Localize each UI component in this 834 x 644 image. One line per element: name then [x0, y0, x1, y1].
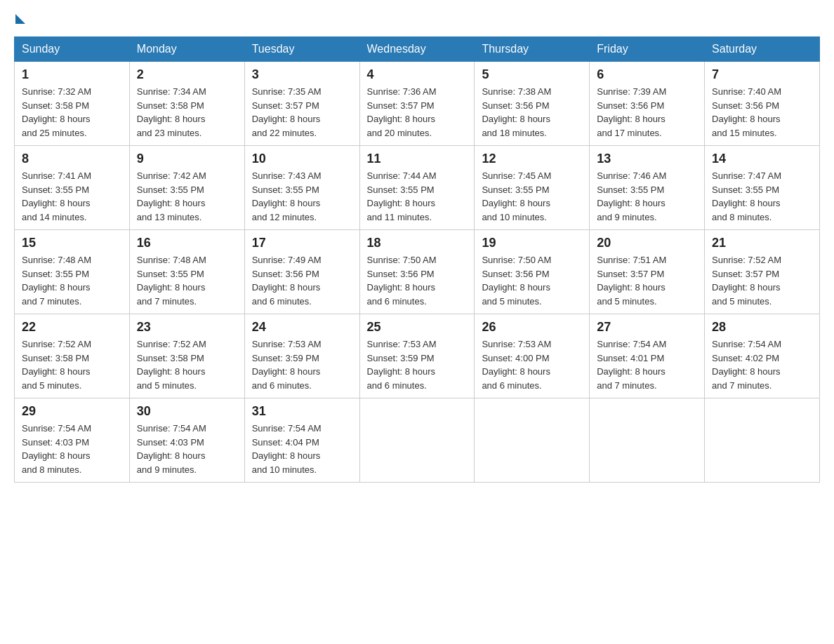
- calendar-cell: 11 Sunrise: 7:44 AMSunset: 3:55 PMDaylig…: [359, 146, 475, 230]
- day-info: Sunrise: 7:52 AMSunset: 3:58 PMDaylight:…: [137, 339, 206, 391]
- day-info: Sunrise: 7:48 AMSunset: 3:55 PMDaylight:…: [22, 255, 91, 307]
- day-number: 4: [367, 67, 468, 82]
- col-header-monday: Monday: [129, 37, 244, 62]
- calendar-week-1: 1 Sunrise: 7:32 AMSunset: 3:58 PMDayligh…: [15, 62, 820, 146]
- day-info: Sunrise: 7:49 AMSunset: 3:56 PMDaylight:…: [252, 255, 322, 307]
- day-number: 9: [137, 152, 237, 166]
- calendar-cell: 1 Sunrise: 7:32 AMSunset: 3:58 PMDayligh…: [15, 62, 130, 146]
- calendar-cell: 23 Sunrise: 7:52 AMSunset: 3:58 PMDaylig…: [129, 314, 244, 398]
- day-number: 24: [252, 320, 352, 335]
- day-info: Sunrise: 7:44 AMSunset: 3:55 PMDaylight:…: [367, 170, 437, 222]
- day-info: Sunrise: 7:36 AMSunset: 3:57 PMDaylight:…: [367, 86, 437, 138]
- calendar-cell: 12 Sunrise: 7:45 AMSunset: 3:55 PMDaylig…: [475, 146, 590, 230]
- calendar-cell: 4 Sunrise: 7:36 AMSunset: 3:57 PMDayligh…: [359, 62, 475, 146]
- day-info: Sunrise: 7:53 AMSunset: 3:59 PMDaylight:…: [252, 339, 322, 391]
- day-info: Sunrise: 7:50 AMSunset: 3:56 PMDaylight:…: [482, 255, 551, 307]
- day-info: Sunrise: 7:43 AMSunset: 3:55 PMDaylight:…: [252, 170, 322, 222]
- day-number: 12: [482, 152, 582, 166]
- day-number: 31: [252, 404, 352, 419]
- day-number: 29: [22, 404, 122, 419]
- calendar-cell: 17 Sunrise: 7:49 AMSunset: 3:56 PMDaylig…: [244, 230, 359, 314]
- day-number: 6: [597, 67, 697, 82]
- day-number: 8: [22, 152, 122, 166]
- day-info: Sunrise: 7:54 AMSunset: 4:01 PMDaylight:…: [597, 339, 666, 391]
- day-info: Sunrise: 7:34 AMSunset: 3:58 PMDaylight:…: [137, 86, 206, 138]
- calendar-cell: 18 Sunrise: 7:50 AMSunset: 3:56 PMDaylig…: [359, 230, 475, 314]
- col-header-thursday: Thursday: [475, 37, 590, 62]
- day-info: Sunrise: 7:54 AMSunset: 4:03 PMDaylight:…: [137, 423, 206, 475]
- calendar-week-4: 22 Sunrise: 7:52 AMSunset: 3:58 PMDaylig…: [15, 314, 820, 398]
- day-number: 3: [252, 67, 352, 82]
- calendar-cell: 6 Sunrise: 7:39 AMSunset: 3:56 PMDayligh…: [590, 62, 705, 146]
- calendar-cell: 8 Sunrise: 7:41 AMSunset: 3:55 PMDayligh…: [15, 146, 130, 230]
- calendar-cell: 22 Sunrise: 7:52 AMSunset: 3:58 PMDaylig…: [15, 314, 130, 398]
- calendar-cell: 13 Sunrise: 7:46 AMSunset: 3:55 PMDaylig…: [590, 146, 705, 230]
- day-number: 21: [712, 236, 812, 250]
- calendar-cell: 24 Sunrise: 7:53 AMSunset: 3:59 PMDaylig…: [244, 314, 359, 398]
- calendar-cell: 16 Sunrise: 7:48 AMSunset: 3:55 PMDaylig…: [129, 230, 244, 314]
- day-info: Sunrise: 7:53 AMSunset: 4:00 PMDaylight:…: [482, 339, 551, 391]
- day-info: Sunrise: 7:47 AMSunset: 3:55 PMDaylight:…: [712, 170, 781, 222]
- calendar-cell: 30 Sunrise: 7:54 AMSunset: 4:03 PMDaylig…: [129, 398, 244, 483]
- day-number: 14: [712, 152, 812, 166]
- day-info: Sunrise: 7:52 AMSunset: 3:57 PMDaylight:…: [712, 255, 781, 307]
- day-number: 22: [22, 320, 122, 335]
- calendar-cell: 20 Sunrise: 7:51 AMSunset: 3:57 PMDaylig…: [590, 230, 705, 314]
- day-number: 13: [597, 152, 697, 166]
- logo-triangle-icon: [15, 14, 25, 24]
- calendar-table: SundayMondayTuesdayWednesdayThursdayFrid…: [14, 36, 820, 483]
- calendar-cell: [705, 398, 820, 483]
- day-number: 18: [367, 236, 468, 250]
- calendar-cell: 26 Sunrise: 7:53 AMSunset: 4:00 PMDaylig…: [475, 314, 590, 398]
- day-info: Sunrise: 7:54 AMSunset: 4:03 PMDaylight:…: [22, 423, 91, 475]
- calendar-cell: 19 Sunrise: 7:50 AMSunset: 3:56 PMDaylig…: [475, 230, 590, 314]
- day-number: 1: [22, 67, 122, 82]
- day-number: 15: [22, 236, 122, 250]
- calendar-cell: [590, 398, 705, 483]
- calendar-week-5: 29 Sunrise: 7:54 AMSunset: 4:03 PMDaylig…: [15, 398, 820, 483]
- day-number: 25: [367, 320, 468, 335]
- calendar-cell: 7 Sunrise: 7:40 AMSunset: 3:56 PMDayligh…: [705, 62, 820, 146]
- day-info: Sunrise: 7:40 AMSunset: 3:56 PMDaylight:…: [712, 86, 781, 138]
- col-header-sunday: Sunday: [15, 37, 130, 62]
- day-info: Sunrise: 7:38 AMSunset: 3:56 PMDaylight:…: [482, 86, 551, 138]
- calendar-cell: 27 Sunrise: 7:54 AMSunset: 4:01 PMDaylig…: [590, 314, 705, 398]
- calendar-cell: 28 Sunrise: 7:54 AMSunset: 4:02 PMDaylig…: [705, 314, 820, 398]
- day-number: 5: [482, 67, 582, 82]
- calendar-week-3: 15 Sunrise: 7:48 AMSunset: 3:55 PMDaylig…: [15, 230, 820, 314]
- day-number: 10: [252, 152, 352, 166]
- calendar-cell: [359, 398, 475, 483]
- day-number: 19: [482, 236, 582, 250]
- day-info: Sunrise: 7:51 AMSunset: 3:57 PMDaylight:…: [597, 255, 666, 307]
- calendar-cell: 5 Sunrise: 7:38 AMSunset: 3:56 PMDayligh…: [475, 62, 590, 146]
- day-number: 17: [252, 236, 352, 250]
- day-number: 2: [137, 67, 237, 82]
- page-header: [14, 14, 820, 22]
- day-info: Sunrise: 7:52 AMSunset: 3:58 PMDaylight:…: [22, 339, 91, 391]
- calendar-cell: 9 Sunrise: 7:42 AMSunset: 3:55 PMDayligh…: [129, 146, 244, 230]
- day-info: Sunrise: 7:54 AMSunset: 4:04 PMDaylight:…: [252, 423, 322, 475]
- day-number: 28: [712, 320, 812, 335]
- day-number: 26: [482, 320, 582, 335]
- day-info: Sunrise: 7:48 AMSunset: 3:55 PMDaylight:…: [137, 255, 206, 307]
- calendar-cell: 15 Sunrise: 7:48 AMSunset: 3:55 PMDaylig…: [15, 230, 130, 314]
- calendar-cell: 31 Sunrise: 7:54 AMSunset: 4:04 PMDaylig…: [244, 398, 359, 483]
- logo: [14, 14, 27, 22]
- calendar-cell: 14 Sunrise: 7:47 AMSunset: 3:55 PMDaylig…: [705, 146, 820, 230]
- day-info: Sunrise: 7:53 AMSunset: 3:59 PMDaylight:…: [367, 339, 437, 391]
- day-info: Sunrise: 7:45 AMSunset: 3:55 PMDaylight:…: [482, 170, 551, 222]
- day-number: 7: [712, 67, 812, 82]
- day-number: 23: [137, 320, 237, 335]
- day-info: Sunrise: 7:42 AMSunset: 3:55 PMDaylight:…: [137, 170, 206, 222]
- day-info: Sunrise: 7:50 AMSunset: 3:56 PMDaylight:…: [367, 255, 437, 307]
- calendar-cell: 2 Sunrise: 7:34 AMSunset: 3:58 PMDayligh…: [129, 62, 244, 146]
- calendar-cell: 10 Sunrise: 7:43 AMSunset: 3:55 PMDaylig…: [244, 146, 359, 230]
- day-number: 11: [367, 152, 468, 166]
- logo-text: [14, 14, 27, 24]
- col-header-tuesday: Tuesday: [244, 37, 359, 62]
- day-number: 30: [137, 404, 237, 419]
- day-info: Sunrise: 7:32 AMSunset: 3:58 PMDaylight:…: [22, 86, 91, 138]
- day-info: Sunrise: 7:46 AMSunset: 3:55 PMDaylight:…: [597, 170, 666, 222]
- day-number: 16: [137, 236, 237, 250]
- day-info: Sunrise: 7:39 AMSunset: 3:56 PMDaylight:…: [597, 86, 666, 138]
